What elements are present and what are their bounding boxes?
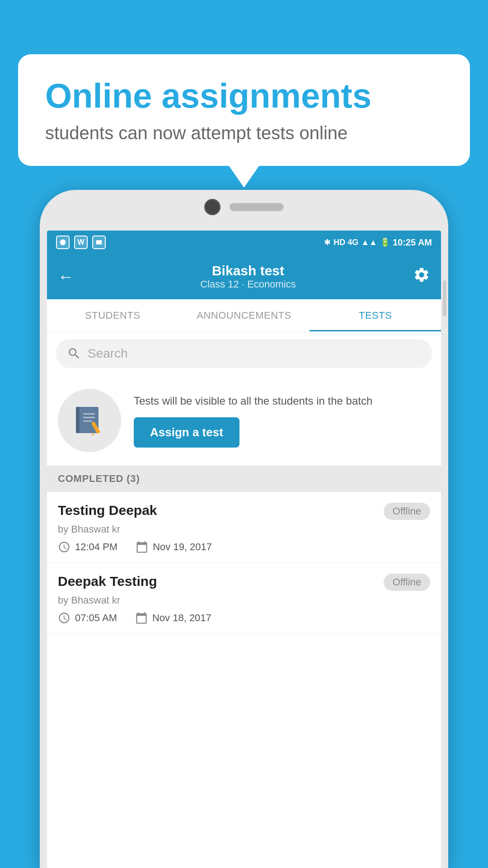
test-author: by Bhaswat kr [58, 524, 430, 535]
test-time: 12:04 PM [58, 541, 117, 553]
test-date: Nov 19, 2017 [136, 541, 212, 553]
back-button[interactable]: ← [58, 267, 74, 286]
notebook-icon [71, 402, 108, 439]
search-bar[interactable]: Search [56, 339, 432, 368]
speech-bubble: Online assignments students can now atte… [18, 54, 470, 166]
test-author: by Bhaswat kr [58, 594, 430, 606]
clock-icon [58, 612, 70, 624]
assign-icon-circle [58, 389, 121, 452]
status-app-icon-3 [92, 236, 106, 249]
time-display: 10:25 AM [393, 237, 432, 248]
test-name: Testing Deepak [58, 503, 157, 518]
phone-frame: W ✱ HD 4G ▲▲ 🔋 10:25 AM ← Bikash test Cl… [40, 190, 448, 868]
assign-content: Tests will be visible to all the student… [134, 393, 430, 448]
signal-icon: ▲▲ [361, 238, 377, 247]
assign-description: Tests will be visible to all the student… [134, 393, 430, 409]
network-label: HD 4G [333, 238, 358, 247]
svg-marker-9 [91, 433, 94, 436]
assign-test-button[interactable]: Assign a test [134, 417, 239, 448]
completed-section-header: COMPLETED (3) [47, 466, 441, 492]
calendar-icon [135, 612, 148, 624]
tab-tests[interactable]: TESTS [310, 299, 441, 331]
phone-screen: W ✱ HD 4G ▲▲ 🔋 10:25 AM ← Bikash test Cl… [47, 231, 441, 868]
test-date: Nov 18, 2017 [135, 612, 211, 624]
phone-speaker [230, 203, 284, 211]
phone-side-button [443, 280, 446, 316]
speech-bubble-title: Online assignments [45, 77, 443, 115]
svg-rect-6 [83, 417, 95, 418]
class-subtitle: Class 12 · Economics [83, 278, 413, 290]
tab-bar: STUDENTS ANNOUNCEMENTS TESTS [47, 299, 441, 332]
phone-camera [204, 199, 221, 215]
search-bar-wrapper: Search [47, 332, 441, 375]
battery-icon: 🔋 [380, 237, 390, 247]
test-name: Deepak Testing [58, 574, 157, 589]
tab-students[interactable]: STUDENTS [47, 299, 178, 331]
test-meta: 12:04 PM Nov 19, 2017 [58, 541, 430, 553]
app-bar: ← Bikash test Class 12 · Economics [47, 254, 441, 299]
assign-test-section: Tests will be visible to all the student… [47, 375, 441, 466]
tab-announcements[interactable]: ANNOUNCEMENTS [178, 299, 310, 331]
svg-rect-4 [76, 407, 80, 433]
svg-rect-5 [83, 413, 95, 415]
clock-icon [58, 541, 70, 553]
settings-button[interactable] [413, 266, 430, 287]
test-item[interactable]: Deepak Testing Offline by Bhaswat kr 07:… [47, 563, 441, 634]
status-bar-left: W [56, 236, 106, 249]
status-badge: Offline [384, 503, 430, 520]
test-time: 07:05 AM [58, 612, 117, 624]
class-name: Bikash test [83, 263, 413, 278]
speech-bubble-subtitle: students can now attempt tests online [45, 123, 443, 143]
search-input[interactable]: Search [88, 346, 128, 361]
app-bar-title-group: Bikash test Class 12 · Economics [83, 263, 413, 290]
test-meta: 07:05 AM Nov 18, 2017 [58, 612, 430, 624]
test-item[interactable]: Testing Deepak Offline by Bhaswat kr 12:… [47, 492, 441, 563]
status-bar: W ✱ HD 4G ▲▲ 🔋 10:25 AM [47, 231, 441, 254]
svg-point-0 [60, 240, 66, 245]
calendar-icon [136, 541, 148, 553]
status-bar-right: ✱ HD 4G ▲▲ 🔋 10:25 AM [324, 237, 432, 248]
bluetooth-icon: ✱ [324, 237, 331, 247]
status-app-icon-2: W [74, 236, 88, 249]
status-badge: Offline [384, 574, 430, 591]
search-icon [67, 346, 81, 361]
svg-rect-7 [83, 420, 92, 422]
status-app-icon-1 [56, 236, 70, 249]
